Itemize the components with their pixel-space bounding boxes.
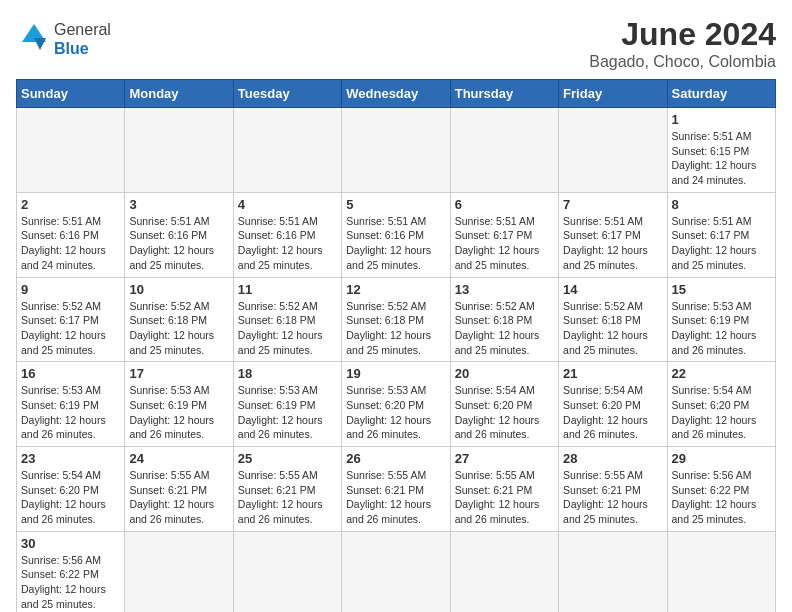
- week-row-4: 16Sunrise: 5:53 AM Sunset: 6:19 PM Dayli…: [17, 362, 776, 447]
- day-info: Sunrise: 5:51 AM Sunset: 6:17 PM Dayligh…: [672, 214, 771, 273]
- day-info: Sunrise: 5:55 AM Sunset: 6:21 PM Dayligh…: [455, 468, 554, 527]
- weekday-header-sunday: Sunday: [17, 80, 125, 108]
- day-number: 19: [346, 366, 445, 381]
- day-number: 30: [21, 536, 120, 551]
- page-header: General Blue June 2024 Bagado, Choco, Co…: [16, 16, 776, 71]
- calendar-cell: 13Sunrise: 5:52 AM Sunset: 6:18 PM Dayli…: [450, 277, 558, 362]
- week-row-3: 9Sunrise: 5:52 AM Sunset: 6:17 PM Daylig…: [17, 277, 776, 362]
- weekday-header-saturday: Saturday: [667, 80, 775, 108]
- day-number: 21: [563, 366, 662, 381]
- calendar-cell: 17Sunrise: 5:53 AM Sunset: 6:19 PM Dayli…: [125, 362, 233, 447]
- weekday-header-row: SundayMondayTuesdayWednesdayThursdayFrid…: [17, 80, 776, 108]
- calendar-cell: 3Sunrise: 5:51 AM Sunset: 6:16 PM Daylig…: [125, 192, 233, 277]
- day-info: Sunrise: 5:51 AM Sunset: 6:16 PM Dayligh…: [346, 214, 445, 273]
- weekday-header-wednesday: Wednesday: [342, 80, 450, 108]
- day-info: Sunrise: 5:52 AM Sunset: 6:18 PM Dayligh…: [238, 299, 337, 358]
- calendar-cell: 8Sunrise: 5:51 AM Sunset: 6:17 PM Daylig…: [667, 192, 775, 277]
- calendar-cell: [342, 531, 450, 612]
- calendar-cell: 18Sunrise: 5:53 AM Sunset: 6:19 PM Dayli…: [233, 362, 341, 447]
- calendar-cell: [450, 108, 558, 193]
- calendar-cell: 4Sunrise: 5:51 AM Sunset: 6:16 PM Daylig…: [233, 192, 341, 277]
- day-info: Sunrise: 5:55 AM Sunset: 6:21 PM Dayligh…: [563, 468, 662, 527]
- calendar-cell: [233, 108, 341, 193]
- day-info: Sunrise: 5:56 AM Sunset: 6:22 PM Dayligh…: [21, 553, 120, 612]
- calendar-cell: 10Sunrise: 5:52 AM Sunset: 6:18 PM Dayli…: [125, 277, 233, 362]
- day-number: 16: [21, 366, 120, 381]
- day-number: 1: [672, 112, 771, 127]
- day-number: 28: [563, 451, 662, 466]
- calendar-cell: 7Sunrise: 5:51 AM Sunset: 6:17 PM Daylig…: [559, 192, 667, 277]
- day-info: Sunrise: 5:53 AM Sunset: 6:19 PM Dayligh…: [129, 383, 228, 442]
- calendar-cell: [667, 531, 775, 612]
- day-number: 29: [672, 451, 771, 466]
- day-info: Sunrise: 5:56 AM Sunset: 6:22 PM Dayligh…: [672, 468, 771, 527]
- calendar-cell: [17, 108, 125, 193]
- day-info: Sunrise: 5:53 AM Sunset: 6:19 PM Dayligh…: [238, 383, 337, 442]
- day-info: Sunrise: 5:51 AM Sunset: 6:17 PM Dayligh…: [455, 214, 554, 273]
- day-info: Sunrise: 5:51 AM Sunset: 6:16 PM Dayligh…: [129, 214, 228, 273]
- calendar-cell: [450, 531, 558, 612]
- calendar-cell: 19Sunrise: 5:53 AM Sunset: 6:20 PM Dayli…: [342, 362, 450, 447]
- day-info: Sunrise: 5:54 AM Sunset: 6:20 PM Dayligh…: [21, 468, 120, 527]
- day-number: 20: [455, 366, 554, 381]
- day-number: 12: [346, 282, 445, 297]
- day-info: Sunrise: 5:52 AM Sunset: 6:18 PM Dayligh…: [346, 299, 445, 358]
- calendar-cell: 28Sunrise: 5:55 AM Sunset: 6:21 PM Dayli…: [559, 447, 667, 532]
- day-number: 14: [563, 282, 662, 297]
- day-number: 3: [129, 197, 228, 212]
- day-info: Sunrise: 5:51 AM Sunset: 6:17 PM Dayligh…: [563, 214, 662, 273]
- calendar-cell: [559, 531, 667, 612]
- calendar-cell: 30Sunrise: 5:56 AM Sunset: 6:22 PM Dayli…: [17, 531, 125, 612]
- calendar-cell: 2Sunrise: 5:51 AM Sunset: 6:16 PM Daylig…: [17, 192, 125, 277]
- day-number: 8: [672, 197, 771, 212]
- calendar-cell: 25Sunrise: 5:55 AM Sunset: 6:21 PM Dayli…: [233, 447, 341, 532]
- day-number: 26: [346, 451, 445, 466]
- logo: General Blue: [16, 16, 106, 66]
- title-block: June 2024 Bagado, Choco, Colombia: [589, 16, 776, 71]
- calendar-cell: 20Sunrise: 5:54 AM Sunset: 6:20 PM Dayli…: [450, 362, 558, 447]
- calendar-cell: 23Sunrise: 5:54 AM Sunset: 6:20 PM Dayli…: [17, 447, 125, 532]
- day-number: 24: [129, 451, 228, 466]
- day-info: Sunrise: 5:55 AM Sunset: 6:21 PM Dayligh…: [238, 468, 337, 527]
- day-info: Sunrise: 5:53 AM Sunset: 6:20 PM Dayligh…: [346, 383, 445, 442]
- logo-svg-icon: [16, 22, 52, 58]
- month-title: June 2024: [589, 16, 776, 53]
- calendar-cell: 11Sunrise: 5:52 AM Sunset: 6:18 PM Dayli…: [233, 277, 341, 362]
- day-number: 15: [672, 282, 771, 297]
- day-info: Sunrise: 5:52 AM Sunset: 6:18 PM Dayligh…: [455, 299, 554, 358]
- day-number: 4: [238, 197, 337, 212]
- day-number: 7: [563, 197, 662, 212]
- calendar-cell: [342, 108, 450, 193]
- calendar-cell: 14Sunrise: 5:52 AM Sunset: 6:18 PM Dayli…: [559, 277, 667, 362]
- day-number: 25: [238, 451, 337, 466]
- day-info: Sunrise: 5:55 AM Sunset: 6:21 PM Dayligh…: [346, 468, 445, 527]
- day-number: 10: [129, 282, 228, 297]
- calendar-cell: 1Sunrise: 5:51 AM Sunset: 6:15 PM Daylig…: [667, 108, 775, 193]
- calendar-cell: [559, 108, 667, 193]
- calendar-cell: 15Sunrise: 5:53 AM Sunset: 6:19 PM Dayli…: [667, 277, 775, 362]
- day-info: Sunrise: 5:52 AM Sunset: 6:18 PM Dayligh…: [563, 299, 662, 358]
- weekday-header-thursday: Thursday: [450, 80, 558, 108]
- day-number: 2: [21, 197, 120, 212]
- day-info: Sunrise: 5:52 AM Sunset: 6:17 PM Dayligh…: [21, 299, 120, 358]
- day-number: 13: [455, 282, 554, 297]
- calendar-cell: 22Sunrise: 5:54 AM Sunset: 6:20 PM Dayli…: [667, 362, 775, 447]
- weekday-header-monday: Monday: [125, 80, 233, 108]
- day-info: Sunrise: 5:54 AM Sunset: 6:20 PM Dayligh…: [672, 383, 771, 442]
- day-number: 27: [455, 451, 554, 466]
- day-number: 18: [238, 366, 337, 381]
- week-row-2: 2Sunrise: 5:51 AM Sunset: 6:16 PM Daylig…: [17, 192, 776, 277]
- calendar-cell: 29Sunrise: 5:56 AM Sunset: 6:22 PM Dayli…: [667, 447, 775, 532]
- calendar-cell: 24Sunrise: 5:55 AM Sunset: 6:21 PM Dayli…: [125, 447, 233, 532]
- week-row-1: 1Sunrise: 5:51 AM Sunset: 6:15 PM Daylig…: [17, 108, 776, 193]
- calendar-cell: 6Sunrise: 5:51 AM Sunset: 6:17 PM Daylig…: [450, 192, 558, 277]
- week-row-5: 23Sunrise: 5:54 AM Sunset: 6:20 PM Dayli…: [17, 447, 776, 532]
- day-number: 6: [455, 197, 554, 212]
- location-title: Bagado, Choco, Colombia: [589, 53, 776, 71]
- week-row-6: 30Sunrise: 5:56 AM Sunset: 6:22 PM Dayli…: [17, 531, 776, 612]
- day-info: Sunrise: 5:55 AM Sunset: 6:21 PM Dayligh…: [129, 468, 228, 527]
- day-number: 17: [129, 366, 228, 381]
- calendar-cell: [125, 108, 233, 193]
- day-number: 23: [21, 451, 120, 466]
- weekday-header-tuesday: Tuesday: [233, 80, 341, 108]
